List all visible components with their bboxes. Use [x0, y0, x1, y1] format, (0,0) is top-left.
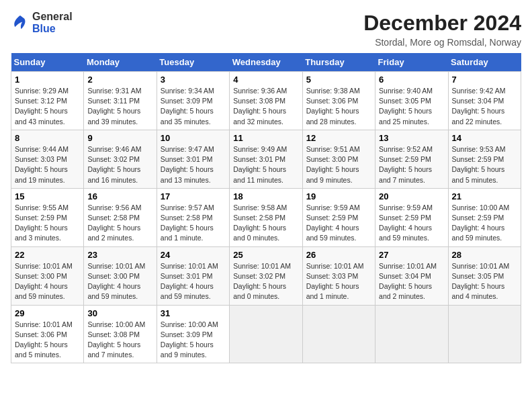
calendar-cell: 23 Sunrise: 10:01 AM Sunset: 3:00 PM Day…	[84, 246, 157, 305]
day-number: 20	[379, 191, 444, 201]
calendar-week-row: 15 Sunrise: 9:55 AM Sunset: 2:59 PM Dayl…	[11, 188, 521, 246]
cell-info: Sunrise: 9:29 AM Sunset: 3:12 PM Dayligh…	[15, 86, 80, 127]
calendar-cell: 29 Sunrise: 10:01 AM Sunset: 3:06 PM Day…	[11, 305, 84, 363]
cell-info: Sunrise: 10:01 AM Sunset: 3:03 PM Daylig…	[306, 261, 371, 302]
cell-info: Sunrise: 10:01 AM Sunset: 3:00 PM Daylig…	[15, 261, 80, 302]
day-number: 18	[233, 191, 298, 201]
day-number: 14	[452, 133, 517, 143]
month-title: December 2024	[363, 11, 521, 36]
cell-info: Sunrise: 9:47 AM Sunset: 3:01 PM Dayligh…	[161, 144, 226, 185]
calendar-cell: 24 Sunrise: 10:01 AM Sunset: 3:01 PM Day…	[157, 246, 229, 305]
weekday-header-row: Sunday Monday Tuesday Wednesday Thursday…	[11, 53, 521, 72]
cell-info: Sunrise: 10:01 AM Sunset: 3:04 PM Daylig…	[379, 261, 444, 302]
calendar-cell	[302, 305, 375, 363]
header-friday: Friday	[375, 53, 448, 72]
calendar-cell: 31 Sunrise: 10:00 AM Sunset: 3:09 PM Day…	[157, 305, 229, 363]
cell-info: Sunrise: 10:01 AM Sunset: 3:05 PM Daylig…	[452, 261, 517, 302]
day-number: 31	[161, 308, 226, 318]
day-number: 4	[233, 75, 298, 85]
calendar-cell: 28 Sunrise: 10:01 AM Sunset: 3:05 PM Day…	[448, 246, 521, 305]
calendar-week-row: 29 Sunrise: 10:01 AM Sunset: 3:06 PM Day…	[11, 305, 521, 363]
calendar-cell: 11 Sunrise: 9:49 AM Sunset: 3:01 PM Dayl…	[230, 130, 302, 188]
calendar-cell: 25 Sunrise: 10:01 AM Sunset: 3:02 PM Day…	[230, 246, 302, 305]
calendar-week-row: 1 Sunrise: 9:29 AM Sunset: 3:12 PM Dayli…	[11, 72, 521, 130]
calendar-cell: 12 Sunrise: 9:51 AM Sunset: 3:00 PM Dayl…	[302, 130, 375, 188]
day-number: 17	[161, 191, 226, 201]
calendar-cell: 26 Sunrise: 10:01 AM Sunset: 3:03 PM Day…	[302, 246, 375, 305]
day-number: 2	[87, 75, 152, 85]
day-number: 15	[15, 191, 80, 201]
day-number: 23	[87, 250, 152, 260]
day-number: 12	[306, 133, 371, 143]
cell-info: Sunrise: 9:36 AM Sunset: 3:08 PM Dayligh…	[233, 86, 298, 127]
day-number: 5	[306, 75, 371, 85]
cell-info: Sunrise: 9:55 AM Sunset: 2:59 PM Dayligh…	[15, 203, 80, 244]
calendar-cell	[375, 305, 448, 363]
cell-info: Sunrise: 9:49 AM Sunset: 3:01 PM Dayligh…	[233, 144, 298, 185]
calendar-cell: 10 Sunrise: 9:47 AM Sunset: 3:01 PM Dayl…	[157, 130, 229, 188]
calendar-cell: 17 Sunrise: 9:57 AM Sunset: 2:58 PM Dayl…	[157, 188, 229, 246]
header-saturday: Saturday	[448, 53, 521, 72]
cell-info: Sunrise: 9:59 AM Sunset: 2:59 PM Dayligh…	[306, 203, 371, 244]
day-number: 28	[452, 250, 517, 260]
calendar-cell: 7 Sunrise: 9:42 AM Sunset: 3:04 PM Dayli…	[448, 72, 521, 130]
cell-info: Sunrise: 9:57 AM Sunset: 2:58 PM Dayligh…	[161, 203, 226, 244]
logo: General Blue	[11, 11, 73, 34]
logo-line2: Blue	[32, 23, 73, 35]
location: Stordal, More og Romsdal, Norway	[363, 37, 521, 48]
calendar-cell: 5 Sunrise: 9:38 AM Sunset: 3:06 PM Dayli…	[302, 72, 375, 130]
calendar-week-row: 8 Sunrise: 9:44 AM Sunset: 3:03 PM Dayli…	[11, 130, 521, 188]
header-monday: Monday	[84, 53, 157, 72]
page-header: General Blue December 2024 Stordal, More…	[11, 11, 521, 48]
calendar-cell	[448, 305, 521, 363]
calendar-cell: 9 Sunrise: 9:46 AM Sunset: 3:02 PM Dayli…	[84, 130, 157, 188]
day-number: 22	[15, 250, 80, 260]
cell-info: Sunrise: 9:38 AM Sunset: 3:06 PM Dayligh…	[306, 86, 371, 127]
header-thursday: Thursday	[302, 53, 375, 72]
logo-icon	[11, 13, 30, 32]
cell-info: Sunrise: 9:51 AM Sunset: 3:00 PM Dayligh…	[306, 144, 371, 185]
cell-info: Sunrise: 9:59 AM Sunset: 2:59 PM Dayligh…	[379, 203, 444, 244]
day-number: 24	[161, 250, 226, 260]
header-wednesday: Wednesday	[230, 53, 302, 72]
calendar-cell: 19 Sunrise: 9:59 AM Sunset: 2:59 PM Dayl…	[302, 188, 375, 246]
cell-info: Sunrise: 10:00 AM Sunset: 3:08 PM Daylig…	[87, 320, 152, 361]
day-number: 6	[379, 75, 444, 85]
day-number: 27	[379, 250, 444, 260]
header-tuesday: Tuesday	[157, 53, 229, 72]
calendar-table: Sunday Monday Tuesday Wednesday Thursday…	[11, 53, 521, 363]
day-number: 9	[87, 133, 152, 143]
calendar-week-row: 22 Sunrise: 10:01 AM Sunset: 3:00 PM Day…	[11, 246, 521, 305]
cell-info: Sunrise: 10:01 AM Sunset: 3:00 PM Daylig…	[87, 261, 152, 302]
cell-info: Sunrise: 9:46 AM Sunset: 3:02 PM Dayligh…	[87, 144, 152, 185]
cell-info: Sunrise: 9:42 AM Sunset: 3:04 PM Dayligh…	[452, 86, 517, 127]
day-number: 11	[233, 133, 298, 143]
day-number: 30	[87, 308, 152, 318]
cell-info: Sunrise: 9:34 AM Sunset: 3:09 PM Dayligh…	[161, 86, 226, 127]
cell-info: Sunrise: 10:00 AM Sunset: 3:09 PM Daylig…	[161, 320, 226, 361]
day-number: 10	[161, 133, 226, 143]
day-number: 8	[15, 133, 80, 143]
calendar-cell: 1 Sunrise: 9:29 AM Sunset: 3:12 PM Dayli…	[11, 72, 84, 130]
cell-info: Sunrise: 9:56 AM Sunset: 2:58 PM Dayligh…	[87, 203, 152, 244]
day-number: 16	[87, 191, 152, 201]
cell-info: Sunrise: 9:58 AM Sunset: 2:58 PM Dayligh…	[233, 203, 298, 244]
calendar-cell: 18 Sunrise: 9:58 AM Sunset: 2:58 PM Dayl…	[230, 188, 302, 246]
day-number: 13	[379, 133, 444, 143]
calendar-cell: 4 Sunrise: 9:36 AM Sunset: 3:08 PM Dayli…	[230, 72, 302, 130]
cell-info: Sunrise: 10:00 AM Sunset: 2:59 PM Daylig…	[452, 203, 517, 244]
day-number: 29	[15, 308, 80, 318]
calendar-cell: 20 Sunrise: 9:59 AM Sunset: 2:59 PM Dayl…	[375, 188, 448, 246]
calendar-cell: 8 Sunrise: 9:44 AM Sunset: 3:03 PM Dayli…	[11, 130, 84, 188]
calendar-cell: 13 Sunrise: 9:52 AM Sunset: 2:59 PM Dayl…	[375, 130, 448, 188]
header-sunday: Sunday	[11, 53, 84, 72]
calendar-cell: 30 Sunrise: 10:00 AM Sunset: 3:08 PM Day…	[84, 305, 157, 363]
day-number: 3	[161, 75, 226, 85]
cell-info: Sunrise: 9:44 AM Sunset: 3:03 PM Dayligh…	[15, 144, 80, 185]
day-number: 7	[452, 75, 517, 85]
calendar-cell: 16 Sunrise: 9:56 AM Sunset: 2:58 PM Dayl…	[84, 188, 157, 246]
day-number: 1	[15, 75, 80, 85]
calendar-cell: 15 Sunrise: 9:55 AM Sunset: 2:59 PM Dayl…	[11, 188, 84, 246]
cell-info: Sunrise: 10:01 AM Sunset: 3:01 PM Daylig…	[161, 261, 226, 302]
calendar-cell: 27 Sunrise: 10:01 AM Sunset: 3:04 PM Day…	[375, 246, 448, 305]
